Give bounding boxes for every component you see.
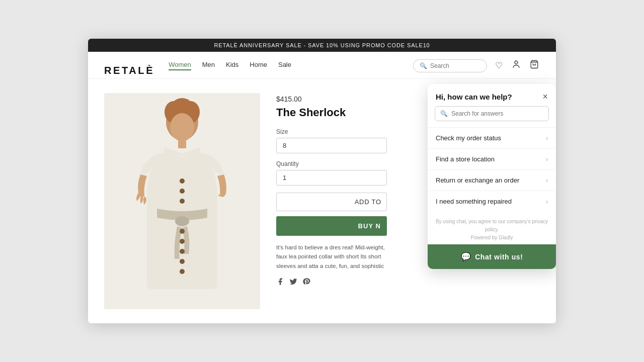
product-title: The Sherlock bbox=[276, 106, 387, 119]
search-input[interactable] bbox=[430, 62, 480, 69]
main-content: $415.00 The Sherlock Size 8 Quantity 1 A… bbox=[88, 79, 556, 323]
chat-close-button[interactable]: × bbox=[542, 92, 548, 101]
svg-point-15 bbox=[180, 249, 185, 254]
chat-option-store-location[interactable]: Find a store location › bbox=[428, 148, 556, 169]
chat-option-return[interactable]: Return or exchange an order › bbox=[428, 169, 556, 191]
chat-option-repair[interactable]: I need something repaired › bbox=[428, 191, 556, 212]
chat-search-icon: 🔍 bbox=[440, 110, 448, 117]
nav-item-women[interactable]: Women bbox=[169, 61, 191, 70]
chat-widget: Hi, how can we help? × 🔍 Check my order … bbox=[428, 84, 556, 269]
svg-point-7 bbox=[170, 113, 194, 141]
announcement-bar: RETALÈ ANNIVERSARY SALE - SAVE 10% USING… bbox=[88, 39, 556, 52]
svg-point-9 bbox=[175, 216, 189, 226]
product-price: $415.00 bbox=[276, 95, 387, 103]
wishlist-button[interactable]: ♡ bbox=[494, 59, 504, 72]
chat-powered-text: Powered by Gladly bbox=[428, 235, 556, 244]
chevron-right-icon-0: › bbox=[546, 134, 548, 142]
cart-button[interactable] bbox=[529, 59, 540, 72]
pinterest-icon[interactable] bbox=[302, 278, 310, 287]
chat-privacy-text: By using chat, you agree to our company'… bbox=[428, 212, 556, 235]
svg-point-10 bbox=[180, 178, 185, 184]
chevron-right-icon-2: › bbox=[546, 176, 548, 184]
search-icon: 🔍 bbox=[420, 62, 427, 69]
chat-search-box[interactable]: 🔍 bbox=[435, 106, 549, 121]
nav-item-men[interactable]: Men bbox=[202, 61, 215, 70]
product-description: It's hard to believe a dres real! Mid-we… bbox=[276, 243, 387, 270]
twitter-icon[interactable] bbox=[289, 278, 297, 287]
chevron-right-icon-1: › bbox=[546, 155, 548, 163]
header-left: RETALÈ Women Men Kids Home Sale bbox=[104, 61, 291, 76]
product-image bbox=[104, 93, 260, 309]
chevron-right-icon-3: › bbox=[546, 198, 548, 205]
svg-point-0 bbox=[515, 61, 518, 64]
nav-item-sale[interactable]: Sale bbox=[278, 61, 291, 70]
chat-option-store-location-label: Find a store location bbox=[436, 155, 495, 163]
search-box[interactable]: 🔍 bbox=[413, 59, 487, 72]
quantity-label: Quantity bbox=[276, 160, 387, 167]
chat-option-order-status-label: Check my order status bbox=[436, 134, 501, 142]
product-details: $415.00 The Sherlock Size 8 Quantity 1 A… bbox=[276, 93, 387, 309]
chat-cta-label: Chat with us! bbox=[475, 253, 523, 261]
svg-point-14 bbox=[180, 239, 185, 244]
svg-point-11 bbox=[180, 189, 185, 194]
add-to-cart-button[interactable]: ADD TO bbox=[276, 193, 387, 211]
chat-header: Hi, how can we help? × bbox=[428, 84, 556, 106]
chat-bubble-icon: 💬 bbox=[461, 252, 471, 261]
size-label: Size bbox=[276, 128, 387, 135]
svg-rect-8 bbox=[178, 139, 186, 148]
chat-option-order-status[interactable]: Check my order status › bbox=[428, 127, 556, 148]
chat-option-return-label: Return or exchange an order bbox=[436, 176, 519, 184]
chat-cta-button[interactable]: 💬 Chat with us! bbox=[428, 244, 556, 269]
size-value[interactable]: 8 bbox=[276, 138, 387, 153]
chat-search-input[interactable] bbox=[451, 110, 543, 117]
buy-now-button[interactable]: BUY N bbox=[276, 216, 387, 236]
svg-point-13 bbox=[180, 229, 185, 234]
header: RETALÈ Women Men Kids Home Sale 🔍 ♡ bbox=[88, 52, 556, 79]
header-right: 🔍 ♡ bbox=[413, 59, 540, 78]
nav-item-kids[interactable]: Kids bbox=[226, 61, 238, 70]
nav-item-home[interactable]: Home bbox=[250, 61, 267, 70]
svg-point-12 bbox=[180, 199, 185, 204]
browser-window: RETALÈ ANNIVERSARY SALE - SAVE 10% USING… bbox=[88, 39, 556, 323]
facebook-icon[interactable] bbox=[276, 278, 284, 287]
account-button[interactable] bbox=[511, 59, 522, 72]
logo[interactable]: RETALÈ bbox=[104, 65, 154, 76]
svg-point-17 bbox=[180, 269, 185, 274]
svg-point-16 bbox=[180, 259, 185, 264]
quantity-value[interactable]: 1 bbox=[276, 170, 387, 186]
social-icons bbox=[276, 278, 387, 287]
chat-title: Hi, how can we help? bbox=[436, 93, 512, 101]
main-nav: Women Men Kids Home Sale bbox=[169, 61, 291, 76]
svg-rect-18 bbox=[218, 195, 221, 196]
chat-option-repair-label: I need something repaired bbox=[436, 198, 512, 205]
announcement-text: RETALÈ ANNIVERSARY SALE - SAVE 10% USING… bbox=[214, 42, 430, 48]
